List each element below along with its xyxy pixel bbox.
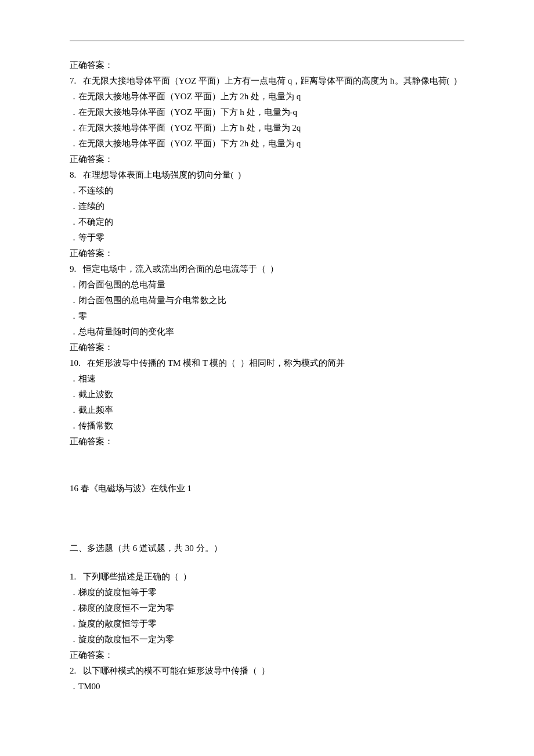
question-option: ．在无限大接地导体平面（YOZ 平面）上方 h 处，电量为 2q (70, 120, 464, 136)
question-stem: 10. 在矩形波导中传播的 TM 模和 T 模的（ ）相同时，称为模式的简并 (70, 355, 464, 371)
question-option: ．截止频率 (70, 402, 464, 418)
question-option: ．在无限大接地导体平面（YOZ 平面）上方 2h 处，电量为 q (70, 89, 464, 105)
question-option: ．相速 (70, 371, 464, 387)
question-stem: 7. 在无限大接地导体平面（YOZ 平面）上方有一点电荷 q，距离导体平面的高度… (70, 73, 464, 89)
question-option: ．在无限大接地导体平面（YOZ 平面）下方 h 处，电量为-q (70, 105, 464, 120)
question-option: ．闭合面包围的总电荷量 (70, 277, 464, 293)
question-option: ．零 (70, 308, 464, 324)
horizontal-rule (70, 41, 464, 41)
question-option: ．梯度的旋度恒不一定为零 (70, 600, 464, 616)
question-option: ．截止波数 (70, 387, 464, 402)
question-option: ．闭合面包围的总电荷量与介电常数之比 (70, 293, 464, 308)
question-option: ．总电荷量随时间的变化率 (70, 324, 464, 340)
document-page: 正确答案： 7. 在无限大接地导体平面（YOZ 平面）上方有一点电荷 q，距离导… (0, 0, 534, 756)
question-option: ．旋度的散度恒等于零 (70, 616, 464, 632)
question-option: ．等于零 (70, 230, 464, 246)
question-option: ．梯度的旋度恒等于零 (70, 585, 464, 600)
question-option: ．连续的 (70, 199, 464, 214)
section-title: 二、多选题（共 6 道试题，共 30 分。） (70, 541, 464, 556)
question-option: ．在无限大接地导体平面（YOZ 平面）下方 2h 处，电量为 q (70, 136, 464, 152)
answer-label: 正确答案： (70, 152, 464, 167)
question-stem: 2. 以下哪种模式的模不可能在矩形波导中传播（ ） (70, 663, 464, 679)
question-stem: 1. 下列哪些描述是正确的（ ） (70, 569, 464, 585)
answer-label: 正确答案： (70, 57, 464, 73)
question-option: ．不连续的 (70, 183, 464, 199)
question-option: ．旋度的散度恒不一定为零 (70, 632, 464, 647)
question-option: ．不确定的 (70, 214, 464, 230)
spacer (70, 449, 464, 481)
question-option: ．TM00 (70, 679, 464, 694)
spacer (70, 496, 464, 528)
answer-label: 正确答案： (70, 647, 464, 663)
spacer (70, 556, 464, 569)
answer-label: 正确答案： (70, 340, 464, 355)
answer-label: 正确答案： (70, 434, 464, 449)
course-title: 16 春《电磁场与波》在线作业 1 (70, 481, 464, 496)
answer-label: 正确答案： (70, 246, 464, 261)
question-stem: 8. 在理想导体表面上电场强度的切向分量( ) (70, 167, 464, 183)
question-stem: 9. 恒定电场中，流入或流出闭合面的总电流等于（ ） (70, 261, 464, 277)
question-option: ．传播常数 (70, 418, 464, 434)
spacer (70, 528, 464, 541)
